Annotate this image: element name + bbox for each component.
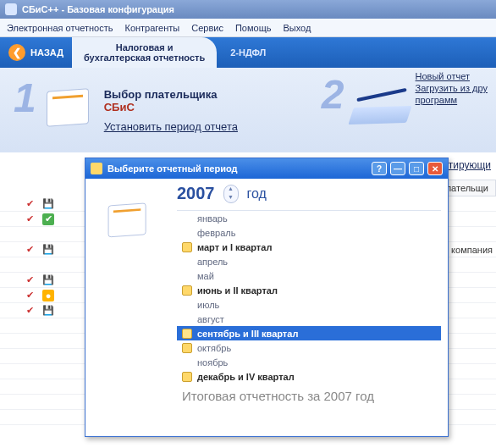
status-check-icon: ✔ [24, 198, 36, 210]
steps-panel: 1 Выбор плательщика СБиС Установить пери… [0, 68, 496, 152]
menu-item-help[interactable]: Помощь [235, 23, 272, 33]
menu-item-service[interactable]: Сервис [191, 23, 223, 33]
load-other-link2[interactable]: программ [416, 95, 488, 105]
status-check-icon: ✔ [24, 305, 36, 317]
status-warn-icon: ● [42, 290, 54, 301]
period-item-label: март и I квартал [197, 242, 272, 252]
period-dialog: Выберите отчетный период ? — □ ✕ 2007 ▲ … [85, 158, 449, 437]
period-item-label: декабрь и IV квартал [197, 372, 295, 382]
period-item-label: июнь и II квартал [197, 285, 278, 296]
app-icon [5, 3, 17, 15]
set-period-link[interactable]: Установить период отчета [104, 120, 238, 133]
period-item-label: июль [197, 300, 219, 310]
status-save-icon: 💾 [42, 274, 54, 286]
maximize-button[interactable]: □ [409, 162, 424, 175]
period-item[interactable]: январь [177, 211, 441, 225]
period-item[interactable]: ноябрь [177, 355, 441, 369]
tab-active-line2: бухгалтерская отчетность [84, 53, 205, 63]
back-arrow-icon: ❮ [8, 44, 25, 61]
step-2-number: 2 [322, 71, 344, 118]
period-item-label: сентябрь и III квартал [197, 329, 298, 339]
pen-icon [351, 85, 411, 127]
period-item-label: октябрь [197, 343, 231, 353]
new-report-link[interactable]: Новый отчет [416, 71, 488, 81]
dialog-title-text: Выберите отчетный период [107, 163, 238, 174]
spinner-down-icon[interactable]: ▼ [224, 194, 238, 202]
period-item[interactable]: июль [177, 297, 441, 312]
period-item[interactable]: сентябрь и III квартал [177, 326, 441, 340]
period-item-label: февраль [197, 228, 235, 238]
year-label: год [247, 186, 267, 202]
load-other-link1[interactable]: Загрузить из дру [416, 83, 488, 93]
menu-item-exit[interactable]: Выход [283, 23, 311, 33]
status-save-icon: 💾 [42, 244, 54, 256]
status-check-icon: ✔ [24, 290, 36, 301]
step-1-number: 1 [14, 75, 36, 146]
dialog-icon-pane [85, 179, 170, 436]
period-item[interactable]: декабрь и IV квартал [177, 369, 441, 384]
period-item[interactable]: март и I квартал [177, 240, 441, 254]
period-item[interactable]: апрель [177, 254, 441, 268]
period-list: январьфевральмарт и I кварталапрельмайию… [177, 210, 441, 384]
help-button[interactable]: ? [372, 162, 387, 175]
back-label: НАЗАД [30, 47, 63, 58]
close-button[interactable]: ✕ [427, 162, 443, 175]
period-folder-icon [182, 372, 192, 382]
period-item[interactable]: август [177, 312, 441, 326]
calendar-icon [43, 81, 94, 132]
period-item-label: январь [197, 213, 228, 224]
period-item[interactable]: июнь и II квартал [177, 283, 441, 297]
dialog-titlebar[interactable]: Выберите отчетный период ? — □ ✕ [85, 158, 448, 179]
period-item[interactable]: октябрь [177, 340, 441, 355]
editing-partial-text: ктирующи [444, 159, 491, 171]
app-title: СБиС++ - Базовая конфигурация [22, 4, 174, 14]
calendar-icon [105, 196, 151, 242]
spinner-up-icon[interactable]: ▲ [224, 185, 238, 194]
menu-item-contragents[interactable]: Контрагенты [124, 23, 179, 33]
tab-active-line1: Налоговая и [116, 42, 174, 53]
tab-2ndfl-label: 2-НДФЛ [230, 47, 266, 58]
period-item-label: май [197, 271, 214, 281]
menu-item-reporting[interactable]: Электронная отчетность [7, 23, 113, 33]
year-summary-item[interactable]: Итоговая отчетность за 2007 год [177, 384, 441, 403]
status-ok-icon: ✔ [42, 213, 54, 225]
year-value[interactable]: 2007 [177, 184, 215, 203]
period-item[interactable]: февраль [177, 225, 441, 240]
period-item-label: ноябрь [197, 357, 228, 368]
status-save-icon: 💾 [42, 305, 54, 317]
tab-tax-accounting[interactable]: Налоговая и бухгалтерская отчетность [72, 37, 217, 68]
period-item-label: август [197, 314, 224, 324]
period-folder-icon [182, 343, 192, 353]
period-item-label: апрель [197, 257, 228, 267]
back-button[interactable]: ❮ НАЗАД [0, 37, 72, 68]
period-folder-icon [182, 329, 192, 339]
payer-company-name[interactable]: СБиС [104, 101, 238, 113]
status-check-icon: ✔ [24, 244, 36, 256]
step-2-block: 2 Новый отчет Загрузить из дру программ [322, 71, 488, 127]
period-folder-icon [182, 285, 192, 296]
year-spinner[interactable]: ▲ ▼ [223, 185, 239, 203]
status-check-icon: ✔ [24, 274, 36, 286]
app-titlebar: СБиС++ - Базовая конфигурация [0, 0, 496, 19]
menu-bar: Электронная отчетность Контрагенты Серви… [0, 19, 496, 37]
period-folder-icon [182, 242, 192, 252]
status-save-icon: 💾 [42, 198, 54, 210]
status-check-icon: ✔ [24, 213, 36, 225]
period-item[interactable]: май [177, 268, 441, 283]
payer-select-title: Выбор плательщика [104, 88, 238, 101]
minimize-button[interactable]: — [390, 162, 405, 175]
nav-strip: ❮ НАЗАД Налоговая и бухгалтерская отчетн… [0, 37, 496, 68]
tab-2ndfl[interactable]: 2-НДФЛ [217, 37, 279, 68]
dialog-icon [91, 163, 102, 174]
